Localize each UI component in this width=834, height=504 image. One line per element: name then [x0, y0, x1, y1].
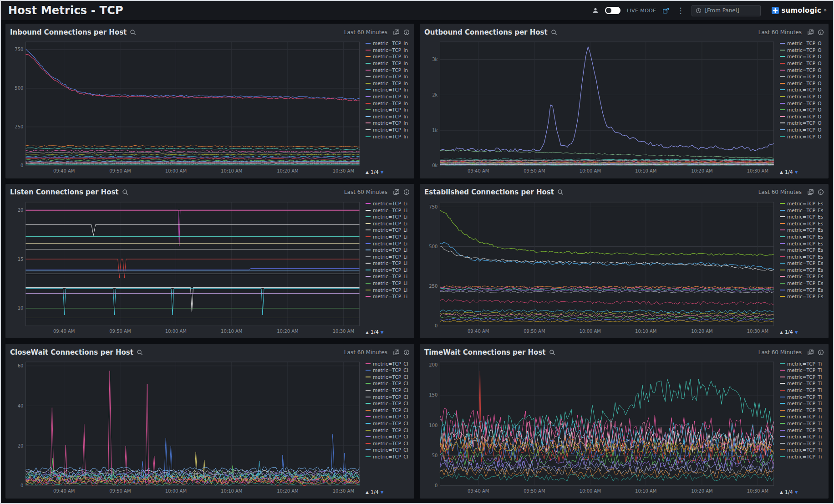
- page-down-icon[interactable]: ▼: [795, 170, 798, 174]
- legend-item[interactable]: metric=TCP_In: [366, 120, 410, 127]
- legend-item[interactable]: metric=TCP_Ti: [780, 427, 824, 433]
- page-up-icon[interactable]: ▲: [366, 330, 369, 335]
- legend-item[interactable]: metric=TCP_O: [780, 127, 824, 133]
- legend-item[interactable]: metric=TCP_O: [780, 93, 824, 100]
- legend-item[interactable]: metric=TCP_O: [780, 47, 824, 54]
- page-down-icon[interactable]: ▼: [381, 490, 384, 494]
- info-icon[interactable]: [818, 189, 824, 195]
- legend-item[interactable]: metric=TCP_Es: [780, 267, 824, 274]
- legend-item[interactable]: metric=TCP_Ti: [780, 407, 824, 413]
- legend-item[interactable]: metric=TCP_In: [366, 113, 410, 120]
- legend-item[interactable]: metric=TCP_Ti: [780, 433, 824, 440]
- legend-item[interactable]: metric=TCP_Es: [780, 240, 824, 247]
- line-chart[interactable]: 05010015020009:40 AM09:50 AM10:00 AM10:1…: [424, 358, 777, 496]
- legend-item[interactable]: metric=TCP_O: [780, 73, 824, 80]
- legend-item[interactable]: metric=TCP_Li: [366, 267, 410, 274]
- legend-item[interactable]: metric=TCP_Li: [366, 214, 410, 220]
- legend-item[interactable]: metric=TCP_Es: [780, 207, 824, 214]
- page-down-icon[interactable]: ▼: [795, 490, 798, 494]
- chart-area[interactable]: 025050075009:40 AM09:50 AM10:00 AM10:10 …: [10, 38, 362, 176]
- legend-item[interactable]: metric=TCP_Cl: [366, 420, 410, 427]
- info-icon[interactable]: [403, 349, 410, 356]
- legend-item[interactable]: metric=TCP_In: [366, 60, 410, 67]
- user-icon[interactable]: [592, 7, 599, 14]
- legend-item[interactable]: metric=TCP_Ti: [780, 367, 824, 374]
- legend-item[interactable]: metric=TCP_Cl: [366, 453, 410, 460]
- page-up-icon[interactable]: ▲: [780, 490, 783, 494]
- legend-item[interactable]: metric=TCP_Ti: [780, 374, 824, 381]
- legend-item[interactable]: metric=TCP_Li: [366, 240, 410, 247]
- open-panel-icon[interactable]: [807, 189, 814, 195]
- line-chart[interactable]: 10152009:40 AM09:50 AM10:00 AM10:10 AM10…: [10, 199, 362, 336]
- legend-item[interactable]: metric=TCP_Ti: [780, 387, 824, 394]
- open-panel-icon[interactable]: [393, 189, 400, 195]
- legend-item[interactable]: metric=TCP_Li: [366, 286, 410, 293]
- legend-item[interactable]: metric=TCP_O: [780, 53, 824, 60]
- legend-item[interactable]: metric=TCP_Li: [366, 273, 410, 280]
- legend-item[interactable]: metric=TCP_Li: [366, 220, 410, 227]
- legend-item[interactable]: metric=TCP_O: [780, 80, 824, 87]
- legend-item[interactable]: metric=TCP_Cl: [366, 380, 410, 387]
- legend-item[interactable]: metric=TCP_In: [366, 93, 410, 100]
- legend-item[interactable]: metric=TCP_O: [780, 113, 824, 120]
- page-down-icon[interactable]: ▼: [795, 330, 798, 335]
- legend[interactable]: metric=TCP_Ometric=TCP_Ometric=TCP_Ometr…: [780, 40, 824, 140]
- info-icon[interactable]: [818, 29, 824, 36]
- line-chart[interactable]: 020406009:40 AM09:50 AM10:00 AM10:10 AM1…: [10, 358, 362, 496]
- line-chart[interactable]: 025050075009:40 AM09:50 AM10:00 AM10:10 …: [10, 38, 362, 176]
- legend-item[interactable]: metric=TCP_Li: [366, 207, 410, 214]
- legend-item[interactable]: metric=TCP_O: [780, 66, 824, 73]
- line-chart[interactable]: 0k1k2k3k09:40 AM09:50 AM10:00 AM10:10 AM…: [424, 38, 777, 176]
- info-icon[interactable]: [403, 189, 410, 195]
- legend-item[interactable]: metric=TCP_Cl: [366, 367, 410, 374]
- legend-item[interactable]: metric=TCP_Li: [366, 260, 410, 267]
- chart-area[interactable]: 020406009:40 AM09:50 AM10:00 AM10:10 AM1…: [10, 358, 362, 496]
- legend-item[interactable]: metric=TCP_Es: [780, 286, 824, 293]
- legend[interactable]: metric=TCP_Limetric=TCP_Limetric=TCP_Lim…: [366, 200, 410, 300]
- legend-item[interactable]: metric=TCP_Li: [366, 247, 410, 254]
- info-icon[interactable]: [818, 349, 824, 356]
- zoom-icon[interactable]: [557, 189, 564, 195]
- legend-item[interactable]: metric=TCP_Ti: [780, 393, 824, 400]
- legend-item[interactable]: metric=TCP_O: [780, 100, 824, 107]
- page-up-icon[interactable]: ▲: [780, 330, 783, 335]
- legend-item[interactable]: metric=TCP_Es: [780, 200, 824, 207]
- legend[interactable]: metric=TCP_Clmetric=TCP_Clmetric=TCP_Clm…: [366, 360, 410, 460]
- legend-item[interactable]: metric=TCP_Ti: [780, 440, 824, 447]
- legend-item[interactable]: metric=TCP_O: [780, 87, 824, 93]
- legend-item[interactable]: metric=TCP_Es: [780, 260, 824, 267]
- legend-item[interactable]: metric=TCP_Cl: [366, 374, 410, 381]
- open-panel-icon[interactable]: [393, 349, 400, 356]
- legend-item[interactable]: metric=TCP_Cl: [366, 440, 410, 447]
- legend-item[interactable]: metric=TCP_O: [780, 107, 824, 113]
- legend-item[interactable]: metric=TCP_In: [366, 47, 410, 54]
- page-up-icon[interactable]: ▲: [366, 170, 369, 174]
- legend-item[interactable]: metric=TCP_Es: [780, 273, 824, 280]
- open-panel-icon[interactable]: [807, 349, 814, 356]
- legend-item[interactable]: metric=TCP_In: [366, 100, 410, 107]
- zoom-icon[interactable]: [551, 29, 557, 36]
- legend-item[interactable]: metric=TCP_Cl: [366, 360, 410, 367]
- zoom-icon[interactable]: [137, 349, 143, 356]
- legend-item[interactable]: metric=TCP_Cl: [366, 433, 410, 440]
- legend-item[interactable]: metric=TCP_Li: [366, 293, 410, 300]
- share-icon[interactable]: [662, 7, 669, 14]
- chart-area[interactable]: 05010015020009:40 AM09:50 AM10:00 AM10:1…: [424, 358, 777, 496]
- legend-item[interactable]: metric=TCP_In: [366, 87, 410, 93]
- legend-item[interactable]: metric=TCP_In: [366, 133, 410, 140]
- legend-item[interactable]: metric=TCP_Ti: [780, 420, 824, 427]
- info-icon[interactable]: [403, 29, 410, 36]
- legend-item[interactable]: metric=TCP_Cl: [366, 400, 410, 407]
- zoom-icon[interactable]: [130, 29, 136, 36]
- page-up-icon[interactable]: ▲: [366, 490, 369, 494]
- legend-item[interactable]: metric=TCP_Cl: [366, 427, 410, 433]
- page-up-icon[interactable]: ▲: [780, 170, 783, 174]
- time-range-input[interactable]: [From Panel]: [692, 5, 761, 16]
- legend-item[interactable]: metric=TCP_In: [366, 73, 410, 80]
- legend[interactable]: metric=TCP_Timetric=TCP_Timetric=TCP_Tim…: [780, 360, 824, 460]
- legend-item[interactable]: metric=TCP_Es: [780, 253, 824, 260]
- legend-item[interactable]: metric=TCP_Es: [780, 214, 824, 220]
- legend-item[interactable]: metric=TCP_In: [366, 40, 410, 47]
- zoom-icon[interactable]: [549, 349, 555, 356]
- legend-item[interactable]: metric=TCP_In: [366, 107, 410, 113]
